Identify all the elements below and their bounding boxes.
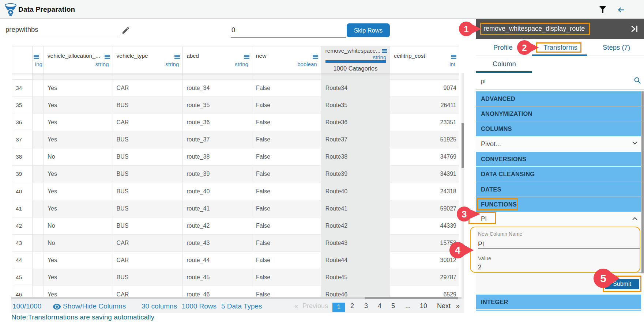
svg-text:5: 5 bbox=[600, 272, 606, 284]
svg-text:1: 1 bbox=[464, 24, 468, 34]
svg-text:2: 2 bbox=[522, 43, 527, 53]
svg-text:4: 4 bbox=[455, 245, 460, 256]
svg-text:3: 3 bbox=[462, 209, 467, 219]
